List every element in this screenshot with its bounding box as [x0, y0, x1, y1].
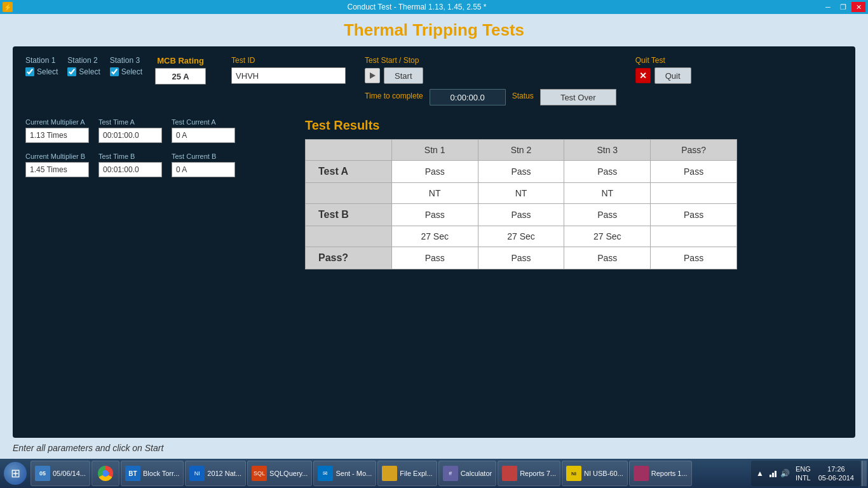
- taskbar-item-explorer[interactable]: File Expl...: [377, 461, 437, 486]
- table-row: 27 Sec 27 Sec 27 Sec: [306, 226, 737, 247]
- current-multiplier-a-group: Current Multiplier A: [25, 118, 89, 143]
- current-multiplier-a-label: Current Multiplier A: [25, 118, 89, 126]
- row-passq-stn3: Pass: [564, 247, 651, 269]
- start-orb-icon: ⊞: [4, 462, 27, 485]
- row-label-passq: Pass?: [306, 247, 392, 269]
- taskbar-item-reports7[interactable]: Reports 7...: [498, 461, 560, 486]
- mcb-rating-label: MCB Rating: [157, 56, 204, 65]
- col-header-stn2: Stn 2: [478, 140, 564, 161]
- window-title: Conduct Test - Thermal 1.13, 1.45, 2.55 …: [13, 3, 821, 11]
- row-passq-stn2: Pass: [478, 247, 564, 269]
- taskbar-item-reports1[interactable]: Reports 1...: [629, 461, 692, 486]
- test-current-b-input[interactable]: [172, 162, 235, 177]
- test-current-a-group: Test Current A: [172, 118, 235, 143]
- quit-x-icon[interactable]: ✕: [635, 68, 651, 83]
- start-stop-row: Start: [365, 67, 423, 84]
- calc-icon: #: [443, 466, 458, 481]
- clock[interactable]: 17:26 05-06-2014: [816, 464, 857, 483]
- col-header-label: [306, 140, 392, 161]
- station-3-checkbox[interactable]: [110, 67, 119, 76]
- station-3-label: Station 3: [110, 56, 140, 65]
- time-to-complete-input[interactable]: [430, 89, 506, 105]
- taskbar-reports1-label: Reports 1...: [651, 470, 688, 477]
- station-3-col: Station 3 Select: [110, 56, 142, 76]
- svg-rect-1: [770, 475, 771, 477]
- folder-icon: [382, 466, 397, 481]
- locale-label: INTL: [796, 473, 811, 482]
- taskbar-calculator-label: Calculator: [461, 470, 492, 477]
- test-current-a-input[interactable]: [172, 128, 235, 143]
- test-id-input[interactable]: [231, 67, 346, 84]
- close-button[interactable]: ✕: [851, 2, 865, 12]
- language-indicator[interactable]: ENG INTL: [793, 464, 813, 483]
- station-1-checkbox[interactable]: [25, 67, 34, 76]
- sqlquery-icon: SQL: [252, 466, 267, 481]
- main-area: Thermal Tripping Tests Station 1 Select …: [0, 14, 868, 459]
- row-sec-stn1: 27 Sec: [391, 226, 478, 247]
- station-2-checkbox-row: Select: [67, 67, 100, 76]
- test-results-title: Test Results: [305, 118, 843, 133]
- date-display: 05-06-2014: [818, 473, 854, 482]
- title-bar: ⚡ Conduct Test - Thermal 1.13, 1.45, 2.5…: [0, 0, 868, 14]
- taskbar-item-chrome[interactable]: [92, 461, 119, 486]
- row-label-sec: [306, 226, 392, 247]
- taskbar-niusb-label: NI USB-60...: [584, 470, 623, 477]
- restore-button[interactable]: ❐: [836, 2, 850, 12]
- taskbar-date-label: 05/06/14...: [53, 470, 86, 477]
- tray-network-icon: [768, 468, 778, 478]
- taskbar-item-blocktorr[interactable]: BT Block Torr...: [121, 461, 184, 486]
- current-multiplier-b-input[interactable]: [25, 162, 89, 177]
- dark-panel: Station 1 Select Station 2 Select Statio…: [13, 46, 855, 438]
- row-passq-pass: Pass: [651, 247, 737, 269]
- taskbar-explorer-label: File Expl...: [400, 470, 432, 477]
- taskbar-sqlquery-label: SQLQuery...: [269, 470, 308, 477]
- show-desktop-button[interactable]: [862, 461, 867, 486]
- taskbar-item-date[interactable]: 05 05/06/14...: [31, 461, 90, 486]
- current-multiplier-a-input[interactable]: [25, 128, 89, 143]
- time-status-row: Time to complete Status Test Over: [365, 89, 616, 105]
- status-label: Status: [512, 92, 534, 100]
- row-passq-stn1: Pass: [391, 247, 478, 269]
- app-icon: ⚡: [3, 2, 13, 12]
- station-2-col: Station 2 Select: [67, 56, 100, 76]
- taskbar-item-2012nat[interactable]: NI 2012 Nat...: [185, 461, 246, 486]
- station-1-checkbox-row: Select: [25, 67, 58, 76]
- test-time-a-input[interactable]: [98, 128, 162, 143]
- row-test-b-pass: Pass: [651, 204, 737, 226]
- row-test-b-stn1: Pass: [391, 204, 478, 226]
- table-row: Test B Pass Pass Pass Pass: [306, 204, 737, 226]
- row-sec-stn3: 27 Sec: [564, 226, 651, 247]
- taskbar-item-niusb[interactable]: NI NI USB-60...: [562, 461, 628, 486]
- results-table: Stn 1 Stn 2 Stn 3 Pass? Test A Pass Pass…: [305, 139, 737, 269]
- row-test-b-stn2: Pass: [478, 204, 564, 226]
- taskbar-item-calculator[interactable]: # Calculator: [438, 461, 497, 486]
- system-tray: ▲ 🔊 ENG INTL 17:26 05-06-2014: [751, 461, 860, 486]
- start-button-taskbar[interactable]: ⊞: [1, 461, 29, 486]
- station-2-checkbox[interactable]: [67, 67, 76, 76]
- taskbar-item-sent[interactable]: ✉ Sent - Mo...: [313, 461, 376, 486]
- lang-label: ENG: [796, 464, 811, 473]
- play-icon-button[interactable]: [365, 68, 380, 83]
- quit-button[interactable]: Quit: [654, 67, 691, 84]
- minimize-button[interactable]: ─: [821, 2, 835, 12]
- window-controls: ─ ❐ ✕: [821, 2, 865, 12]
- svg-rect-3: [775, 471, 776, 477]
- chrome-icon: [98, 466, 113, 481]
- start-button[interactable]: Start: [384, 67, 423, 84]
- station-1-label: Station 1: [25, 56, 55, 65]
- reports7-icon: [502, 466, 517, 481]
- niusb-icon: NI: [566, 466, 581, 481]
- 2012nat-icon: NI: [189, 466, 205, 481]
- taskbar-reports7-label: Reports 7...: [520, 470, 556, 477]
- row-sec-pass: [651, 226, 737, 247]
- taskbar-item-sqlquery[interactable]: SQL SQLQuery...: [247, 461, 312, 486]
- mcb-rating-input[interactable]: [155, 68, 206, 85]
- tray-arrow-icon[interactable]: ▲: [755, 468, 765, 478]
- blocktorr-icon: BT: [125, 466, 140, 481]
- mcb-rating-group: MCB Rating: [155, 56, 206, 85]
- sent-icon: ✉: [318, 466, 333, 481]
- quit-test-group: Quit Test ✕ Quit: [635, 56, 691, 84]
- test-time-b-input[interactable]: [98, 162, 162, 177]
- date-icon: 05: [35, 466, 50, 481]
- row-label-test-a: Test A: [306, 161, 392, 183]
